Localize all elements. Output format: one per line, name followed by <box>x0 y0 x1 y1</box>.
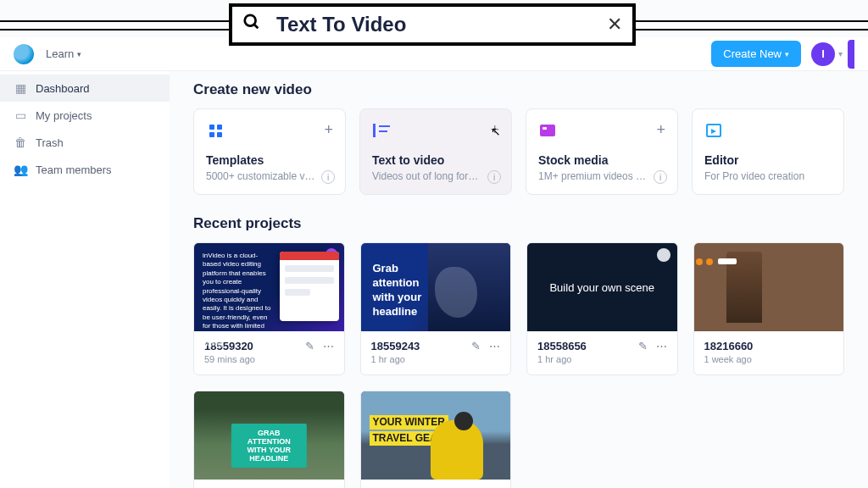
chevron-down-icon[interactable]: ▾ <box>838 49 843 58</box>
edit-icon[interactable]: ✎ <box>471 340 481 352</box>
project-thumbnail <box>694 243 844 331</box>
create-card-editor[interactable]: Editor For Pro video creation <box>692 108 844 195</box>
projects-icon: ▭ <box>14 108 27 122</box>
info-icon[interactable]: i <box>487 170 501 184</box>
editor-icon <box>704 121 723 140</box>
create-card-templates[interactable]: + Templates 5000+ customizable video tem… <box>193 108 346 195</box>
create-new-button[interactable]: Create New ▾ <box>711 41 801 67</box>
info-icon[interactable]: i <box>321 170 335 184</box>
dashboard-icon: ▦ <box>14 81 27 95</box>
project-card[interactable]: inVideo is a cloud-based video editing p… <box>193 242 345 375</box>
projects-grid: inVideo is a cloud-based video editing p… <box>193 242 844 488</box>
project-time: 1 hr ago <box>371 354 472 364</box>
main-content: Create new video + Templates 5000+ custo… <box>170 71 868 488</box>
project-time: 1 week ago <box>704 354 834 364</box>
svg-line-1 <box>254 25 259 29</box>
stock-media-icon <box>538 121 557 140</box>
info-icon[interactable]: i <box>654 170 667 184</box>
project-card[interactable]: Grab attention with your headline 185592… <box>360 242 512 375</box>
create-cards-row: + Templates 5000+ customizable video tem… <box>193 108 844 195</box>
sidebar-item-dashboard[interactable]: ▦ Dashboard <box>0 75 170 102</box>
learn-dropdown[interactable]: Learn ▾ <box>46 47 81 60</box>
project-id: 18216660 <box>704 340 834 352</box>
project-thumbnail: GRAB ATTENTION WITH YOUR HEADLINE <box>194 391 344 480</box>
templates-icon <box>206 121 225 140</box>
more-icon[interactable]: ⋯ <box>656 340 667 352</box>
create-card-stock-media[interactable]: + Stock media 1M+ premium videos and pho… <box>526 108 678 195</box>
close-icon[interactable]: ✕ <box>607 14 622 36</box>
edit-icon[interactable]: ✎ <box>305 340 314 352</box>
app-logo[interactable] <box>14 44 34 64</box>
sidebar: ▦ Dashboard ▭ My projects 🗑 Trash 👥 Team… <box>0 71 170 488</box>
cursor-icon: ↖ <box>491 125 501 138</box>
plus-icon[interactable]: + <box>656 121 665 139</box>
project-card[interactable]: GRAB ATTENTION WITH YOUR HEADLINE 182157… <box>193 391 345 488</box>
team-icon: 👥 <box>14 163 27 176</box>
search-overlay[interactable]: Text To Video ✕ <box>229 3 636 46</box>
project-thumbnail: inVideo is a cloud-based video editing p… <box>194 243 344 331</box>
trash-icon: 🗑 <box>14 136 27 149</box>
avatar[interactable]: I <box>811 42 835 66</box>
project-thumbnail: Build your own scene <box>527 243 677 331</box>
svg-point-0 <box>245 15 256 26</box>
plus-icon[interactable]: + <box>324 121 333 139</box>
sidebar-item-my-projects[interactable]: ▭ My projects <box>0 102 170 129</box>
recent-projects-title: Recent projects <box>193 215 844 232</box>
sidebar-item-trash[interactable]: 🗑 Trash <box>0 129 170 156</box>
project-card[interactable]: 18216660 1 week ago <box>693 242 845 375</box>
project-id: 18558656 <box>537 340 638 352</box>
create-card-text-to-video[interactable]: + ↖ Text to video Videos out of long for… <box>359 108 512 195</box>
project-time: 1 hr ago <box>537 354 638 364</box>
search-text: Text To Video <box>276 13 607 36</box>
project-thumbnail: Grab attention with your headline <box>361 243 511 331</box>
search-icon <box>242 13 261 36</box>
more-icon[interactable]: ⋯ <box>489 340 500 352</box>
side-stub <box>848 40 854 69</box>
edit-icon[interactable]: ✎ <box>638 340 648 352</box>
more-icon[interactable]: ⋯ <box>323 340 334 352</box>
project-time: 59 mins ago <box>204 354 305 364</box>
text-to-video-icon <box>372 121 391 140</box>
sidebar-item-team-members[interactable]: 👥 Team members <box>0 156 170 183</box>
project-card[interactable]: Build your own scene 18558656 1 hr ago ✎… <box>526 242 678 375</box>
project-thumbnail: YOUR WINTERTRAVEL GEAR <box>361 391 511 480</box>
create-section-title: Create new video <box>193 81 844 98</box>
chevron-down-icon: ▾ <box>77 50 81 58</box>
project-card[interactable]: YOUR WINTERTRAVEL GEAR 17844570 <box>360 391 512 488</box>
project-id: 18559243 <box>371 340 472 352</box>
chevron-down-icon: ▾ <box>785 50 789 58</box>
